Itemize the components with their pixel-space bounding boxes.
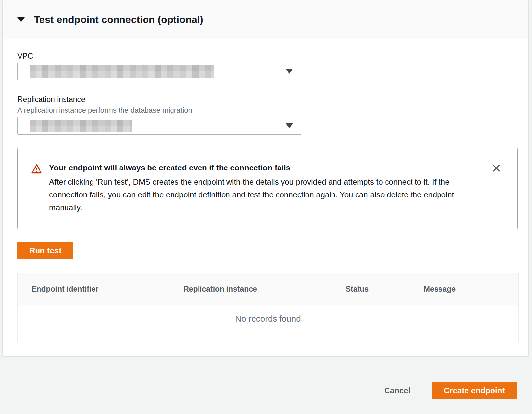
alert-content: Your endpoint will always be created eve… (49, 163, 477, 214)
section-header-test-endpoint-connection[interactable]: Test endpoint connection (optional) (3, 0, 528, 39)
replication-instance-selected-value-redacted (30, 120, 132, 132)
replication-instance-field: Replication instance A replication insta… (17, 95, 514, 135)
vpc-field: VPC (17, 52, 514, 80)
column-header-replication-instance: Replication instance (173, 273, 335, 305)
run-test-button[interactable]: Run test (17, 242, 73, 259)
cancel-button[interactable]: Cancel (385, 386, 411, 395)
vpc-label: VPC (17, 52, 514, 61)
vpc-select[interactable] (17, 63, 301, 80)
collapse-triangle-icon (17, 17, 25, 22)
replication-instance-label: Replication instance (17, 95, 514, 104)
close-icon[interactable] (490, 162, 503, 174)
create-endpoint-button[interactable]: Create endpoint (432, 382, 517, 399)
section-body: VPC Replication instance A replication i… (3, 39, 528, 356)
column-header-endpoint-identifier: Endpoint identifier (18, 273, 173, 305)
section-title: Test endpoint connection (optional) (34, 14, 203, 25)
warning-triangle-icon (31, 164, 42, 175)
column-header-message: Message (413, 273, 518, 305)
replication-instance-select[interactable] (17, 117, 301, 135)
vpc-selected-value-redacted (30, 65, 214, 78)
test-results-table: Endpoint identifier Replication instance… (17, 273, 519, 342)
table-header-row: Endpoint identifier Replication instance… (18, 273, 518, 305)
alert-body: After clicking 'Run test', DMS creates t… (49, 175, 477, 214)
column-header-status: Status (335, 273, 413, 305)
test-endpoint-connection-panel: Test endpoint connection (optional) VPC … (3, 0, 528, 356)
empty-state-message: No records found (18, 305, 518, 342)
chevron-down-icon (286, 123, 293, 128)
warning-alert: Your endpoint will always be created eve… (17, 148, 518, 229)
chevron-down-icon (286, 69, 293, 74)
alert-title: Your endpoint will always be created eve… (49, 163, 477, 173)
form-footer: Cancel Create endpoint (0, 356, 532, 399)
replication-instance-description: A replication instance performs the data… (17, 106, 514, 115)
